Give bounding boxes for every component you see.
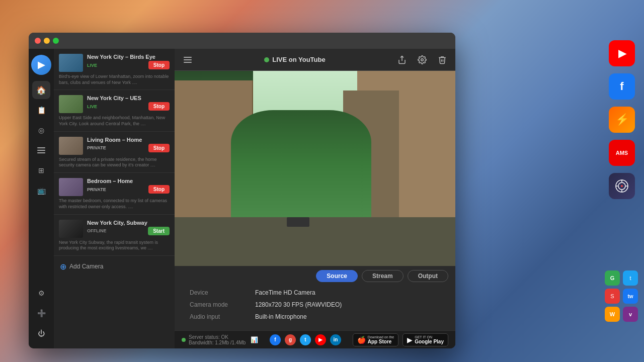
- camera-item-nyc-ues[interactable]: New York City – UES LIVE Stop Upper East…: [54, 90, 175, 131]
- start-button[interactable]: Start: [148, 227, 170, 235]
- flash-desktop-icon[interactable]: ⚡: [609, 107, 635, 133]
- app-logo[interactable]: ▶: [31, 55, 51, 75]
- sidebar-item-grid[interactable]: ⊞: [32, 161, 50, 179]
- device-value: FaceTime HD Camera: [255, 289, 315, 296]
- sidebar-item-addons[interactable]: ➕: [32, 304, 50, 322]
- status-badge: Offline: [87, 228, 107, 233]
- video-area: [175, 71, 455, 266]
- stop-button[interactable]: Stop: [148, 185, 170, 194]
- camera-name: Living Room – Home: [87, 137, 170, 143]
- twitter-social-button[interactable]: t: [300, 334, 311, 345]
- google-small-icon[interactable]: G: [605, 270, 620, 286]
- camera-item-bedroom[interactable]: Bedroom – Home Private Stop The master b…: [54, 173, 175, 214]
- status-badge: Private: [87, 187, 106, 192]
- facebook-social-button[interactable]: f: [270, 334, 281, 345]
- delete-button[interactable]: [436, 54, 448, 66]
- camera-description: Bird's-eye view of Lower Manhattan, zoom…: [59, 74, 170, 85]
- stop-button[interactable]: Stop: [148, 61, 170, 69]
- title-bar: [29, 33, 455, 49]
- bottom-section: Source Stream Output Device FaceTime HD …: [175, 266, 455, 330]
- status-badge: LIVE: [87, 63, 97, 68]
- camera-thumbnail: [59, 54, 83, 72]
- google-play-icon: ▶: [407, 336, 413, 344]
- sidebar-item-list[interactable]: [32, 141, 50, 159]
- sidebar-item-power[interactable]: ⏻: [32, 324, 50, 342]
- top-bar: LIVE on YouTube: [175, 49, 455, 71]
- apple-icon: 🍎: [357, 336, 366, 344]
- tab-stream[interactable]: Stream: [362, 270, 404, 282]
- sidebar-item-library[interactable]: 📋: [32, 101, 50, 119]
- menu-toggle-button[interactable]: [182, 54, 194, 66]
- facebook-icon: f: [620, 80, 623, 93]
- camera-mode-label: Camera mode: [190, 301, 255, 308]
- app-store-badges: 🍎 Download on the App Store ▶ GET IT ON …: [353, 333, 448, 346]
- device-label: Device: [190, 289, 255, 296]
- app-store-sub-text: Download on the: [368, 335, 394, 339]
- youtube-social-button[interactable]: ▶: [315, 334, 326, 345]
- live-indicator: LIVE on YouTube: [264, 56, 325, 63]
- sidebar-item-home[interactable]: 🏠: [32, 81, 50, 99]
- power-icon: ⏻: [38, 329, 45, 337]
- linkedin-social-button[interactable]: in: [330, 334, 341, 345]
- facebook-desktop-icon[interactable]: f: [609, 73, 635, 100]
- add-camera-label: Add Camera: [69, 263, 103, 270]
- vimeo-small-icon[interactable]: v: [623, 307, 638, 322]
- camera-name: New York City – UES: [87, 95, 170, 101]
- video-icon: 📺: [37, 187, 46, 195]
- sketch-small-icon[interactable]: S: [605, 289, 620, 304]
- camera-name: New York City, Subway: [87, 220, 170, 226]
- close-button[interactable]: [35, 38, 41, 44]
- add-camera-button[interactable]: ⊕ Add Camera: [54, 256, 175, 278]
- camera-name: New York City – Birds Eye: [87, 54, 170, 60]
- video-preview: [175, 71, 455, 266]
- camera-item-living-room[interactable]: Living Room – Home Private Stop Secured …: [54, 132, 175, 173]
- sidebar-item-video[interactable]: 📺: [32, 182, 50, 200]
- wp-small-icon[interactable]: W: [605, 307, 620, 322]
- device-row: Device FaceTime HD Camera: [190, 289, 440, 296]
- server-status-text: Server status: OK: [189, 334, 246, 340]
- sidebar-item-settings[interactable]: ⚙: [32, 284, 50, 302]
- flash-icon: ⚡: [615, 113, 629, 126]
- stop-button[interactable]: Stop: [148, 102, 170, 111]
- tab-output[interactable]: Output: [408, 270, 448, 282]
- footer: Server status: OK Bandwidth: 1.2Mb /1.4M…: [175, 330, 455, 348]
- audio-input-value: Built-in Microphone: [255, 313, 307, 320]
- googleplus-social-button[interactable]: g: [285, 334, 296, 345]
- youtube-desktop-icon[interactable]: ▶: [609, 40, 635, 66]
- street-scene: [175, 71, 455, 266]
- app-window: ▶ 🏠 📋 ◎ ⊞: [29, 33, 455, 348]
- sidebar-nav: ▶ 🏠 📋 ◎ ⊞: [29, 49, 54, 348]
- home-icon: 🏠: [36, 85, 46, 95]
- share-button[interactable]: [396, 54, 408, 66]
- maximize-button[interactable]: [53, 38, 59, 44]
- bandwidth-icon: 📊: [251, 336, 258, 343]
- ams-icon: AMS: [616, 150, 628, 156]
- camera-thumbnail: [59, 95, 83, 113]
- camera-item-nyc-birds[interactable]: New York City – Birds Eye LIVE Stop Bird…: [54, 49, 175, 90]
- settings-button[interactable]: [416, 54, 428, 66]
- tab-source[interactable]: Source: [316, 270, 358, 282]
- sidebar-item-location[interactable]: ◎: [32, 121, 50, 139]
- target-desktop-icon[interactable]: [609, 173, 635, 199]
- apple-app-store-badge[interactable]: 🍎 Download on the App Store: [353, 333, 399, 346]
- library-icon: 📋: [37, 106, 46, 114]
- traffic-lights: [35, 38, 59, 44]
- app-store-label: App Store: [368, 339, 394, 344]
- live-dot: [264, 57, 269, 62]
- trello-small-icon[interactable]: t: [623, 270, 638, 286]
- social-links: f g t ▶ in: [270, 334, 341, 345]
- desktop-icons: ▶ f ⚡ AMS: [609, 40, 635, 199]
- status-badge: Private: [87, 145, 106, 150]
- camera-list: New York City – Birds Eye LIVE Stop Bird…: [54, 49, 175, 348]
- main-content: ▶ 🏠 📋 ◎ ⊞: [29, 49, 455, 348]
- ams-desktop-icon[interactable]: AMS: [609, 140, 635, 166]
- twitter-small-icon[interactable]: tw: [623, 289, 638, 304]
- minimize-button[interactable]: [44, 38, 50, 44]
- camera-item-nyc-subway[interactable]: New York City, Subway Offline Start New …: [54, 215, 175, 256]
- google-play-badge[interactable]: ▶ GET IT ON Google Play: [403, 333, 448, 346]
- main-view: LIVE on YouTube: [175, 49, 455, 348]
- list-icon: [37, 147, 45, 153]
- audio-input-row: Audio input Built-in Microphone: [190, 313, 440, 320]
- stop-button[interactable]: Stop: [148, 144, 170, 152]
- camera-description: New York City Subway, the rapid transit …: [59, 240, 170, 251]
